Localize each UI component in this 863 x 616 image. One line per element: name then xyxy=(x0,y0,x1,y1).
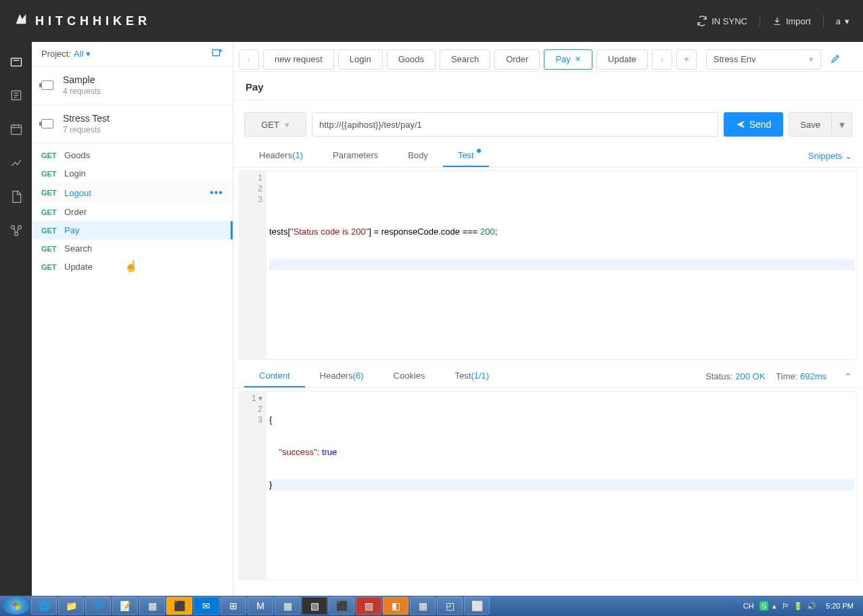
folder-icon xyxy=(41,80,53,90)
response-tab-cookies[interactable]: Cookies xyxy=(379,365,440,387)
sub-tab-body[interactable]: Body xyxy=(393,145,443,167)
request-item-order[interactable]: GET Order xyxy=(32,203,233,221)
method-select[interactable]: GET ▾ xyxy=(244,112,306,137)
response-tab-headers[interactable]: Headers(6) xyxy=(305,365,379,387)
taskbar-outlook-icon[interactable]: ✉ xyxy=(193,597,219,615)
taskbar-app-icon[interactable]: ▦ xyxy=(410,597,436,615)
more-icon[interactable]: ••• xyxy=(210,187,223,199)
tab-search[interactable]: Search xyxy=(440,49,490,70)
tab-update[interactable]: Update xyxy=(597,49,648,70)
code-area[interactable]: tests["Status code is 200"] = responseCo… xyxy=(266,171,857,359)
code-area[interactable]: { "success": true } xyxy=(266,392,857,579)
nav-collections-icon[interactable] xyxy=(9,54,24,69)
response-editor[interactable]: 1 ▾23 { "success": true } xyxy=(239,391,858,580)
project-dropdown[interactable]: All ▾ xyxy=(74,49,91,59)
response-tab-content[interactable]: Content xyxy=(244,365,305,387)
sub-tab-parameters[interactable]: Parameters xyxy=(318,145,393,167)
request-list: GET Goods GET Login GET Logout ••• GET O… xyxy=(32,143,233,279)
taskbar-tray-icon[interactable]: 🔋 xyxy=(792,602,804,611)
nav-history-icon[interactable] xyxy=(9,88,24,103)
save-dropdown[interactable]: ▾ xyxy=(832,112,852,137)
sub-tab-test[interactable]: Test xyxy=(443,145,489,167)
request-name: Logout xyxy=(64,188,91,198)
taskbar-skype-icon[interactable]: Ⓢ xyxy=(85,597,111,615)
url-bar: GET ▾ Send Save ▾ xyxy=(233,100,863,145)
request-item-goods[interactable]: GET Goods xyxy=(32,146,233,164)
save-button[interactable]: Save xyxy=(789,112,832,137)
taskbar-chrome-icon[interactable]: 🌐 xyxy=(31,597,57,615)
environment-select[interactable]: Stress Env ▾ xyxy=(706,49,821,70)
import-button[interactable]: Import xyxy=(772,16,811,26)
svg-point-5 xyxy=(14,233,18,236)
test-editor[interactable]: 123 tests["Status code is 200"] = respon… xyxy=(239,170,858,360)
taskbar-explorer-icon[interactable]: 📁 xyxy=(58,597,84,615)
sync-label: IN SYNC xyxy=(712,16,747,26)
taskbar-tray-icon[interactable]: 🏳 xyxy=(780,602,791,610)
response-tabs: Content Headers(6) Cookies Test(1/1) Sta… xyxy=(233,365,863,388)
user-menu[interactable]: a ▾ xyxy=(836,16,849,26)
request-sub-tabs: Headers(1) Parameters Body Test Snippets… xyxy=(233,145,863,168)
edit-env-icon[interactable] xyxy=(831,53,841,66)
url-input[interactable] xyxy=(312,112,718,137)
collection-stress-test[interactable]: Stress Test 7 requests xyxy=(32,105,233,143)
tab-new-request[interactable]: new request xyxy=(263,49,334,70)
tab-nav-prev[interactable]: ‹ xyxy=(239,49,259,70)
request-item-search[interactable]: GET Search xyxy=(32,239,233,258)
taskbar-app-icon[interactable]: ▧ xyxy=(302,597,327,615)
tab-login[interactable]: Login xyxy=(338,49,383,70)
close-icon[interactable]: ✕ xyxy=(575,55,581,64)
nav-api-icon[interactable] xyxy=(9,223,24,238)
taskbar-app-icon[interactable]: ◧ xyxy=(383,597,409,615)
request-name: Pay xyxy=(64,225,79,235)
logo: HITCHHIKER xyxy=(14,11,151,30)
sub-tab-headers[interactable]: Headers(1) xyxy=(244,145,318,167)
request-item-update[interactable]: GET Update xyxy=(32,258,233,276)
taskbar-app-icon[interactable]: ⊞ xyxy=(220,597,246,615)
collapse-icon[interactable]: ⌃ xyxy=(844,371,852,382)
collection-name: Stress Test xyxy=(63,113,110,124)
taskbar-app-icon[interactable]: ⬛ xyxy=(329,597,354,615)
chevron-down-icon: ▾ xyxy=(285,120,289,130)
send-button[interactable]: Send xyxy=(724,112,784,137)
svg-rect-6 xyxy=(212,50,220,56)
project-sidebar: Project: All ▾ Sample 4 requests Stress … xyxy=(32,42,233,596)
response-tab-test[interactable]: Test(1/1) xyxy=(440,365,505,387)
gutter: 1 ▾23 xyxy=(239,392,266,579)
taskbar-notepad-icon[interactable]: 📝 xyxy=(112,597,138,615)
taskbar-clock[interactable]: 5:20 PM xyxy=(819,602,860,610)
tab-goods[interactable]: Goods xyxy=(387,49,436,70)
project-label: Project: xyxy=(41,49,71,59)
nav-doc-icon[interactable] xyxy=(9,189,24,204)
request-item-logout[interactable]: GET Logout ••• xyxy=(32,183,233,203)
nav-stress-icon[interactable] xyxy=(9,156,24,170)
sync-button[interactable]: IN SYNC xyxy=(697,16,747,26)
tab-order[interactable]: Order xyxy=(494,49,540,70)
start-button[interactable] xyxy=(3,597,30,615)
taskbar-app-icon[interactable]: ▦ xyxy=(275,597,300,615)
tabs-bar: ‹ new request Login Goods Search Order P… xyxy=(233,47,863,72)
method-badge: GET xyxy=(41,151,60,160)
taskbar-app-icon[interactable]: ⬜ xyxy=(464,597,490,615)
taskbar-tray-icon[interactable]: ▴ xyxy=(770,602,779,611)
taskbar-tray-icon[interactable]: 🔊 xyxy=(806,602,818,611)
request-item-pay[interactable]: GET Pay xyxy=(32,221,233,239)
taskbar-app-icon[interactable]: ▦ xyxy=(139,597,165,615)
project-header: Project: All ▾ xyxy=(32,42,233,66)
add-tab-button[interactable]: ＋ xyxy=(676,49,697,70)
snippets-button[interactable]: Snippets ⌄ xyxy=(808,145,852,166)
request-item-login[interactable]: GET Login xyxy=(32,164,233,183)
logo-icon xyxy=(14,11,28,30)
nav-schedule-icon[interactable] xyxy=(9,122,24,137)
new-collection-icon[interactable] xyxy=(211,47,223,61)
taskbar-lang[interactable]: CH xyxy=(739,602,758,610)
taskbar-app-icon[interactable]: ◰ xyxy=(437,597,463,615)
method-badge: GET xyxy=(41,189,60,197)
taskbar-app-icon[interactable]: ⬛ xyxy=(166,597,192,615)
taskbar-tray-icon[interactable]: S xyxy=(760,601,768,611)
svg-rect-2 xyxy=(11,125,21,134)
collection-sample[interactable]: Sample 4 requests xyxy=(32,66,233,105)
taskbar-app-icon[interactable]: M xyxy=(248,597,273,615)
taskbar-app-icon[interactable]: ▨ xyxy=(356,597,381,615)
tab-nav-next[interactable]: › xyxy=(652,49,672,70)
tab-pay[interactable]: Pay✕ xyxy=(544,49,592,70)
